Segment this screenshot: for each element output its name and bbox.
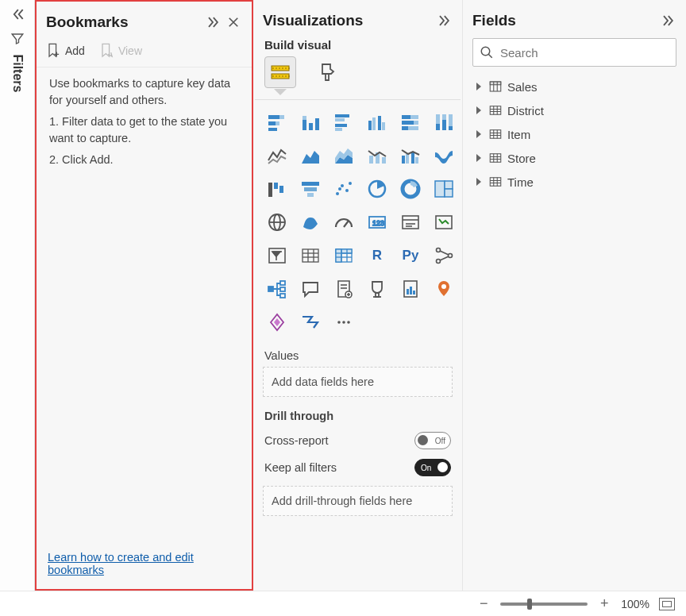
svg-point-48	[345, 189, 349, 192]
view-label: View	[118, 44, 142, 57]
filters-label: Filters	[11, 54, 25, 92]
viz-arcgis[interactable]	[430, 275, 458, 303]
viz-decomposition-tree[interactable]	[263, 275, 291, 303]
svg-rect-42	[279, 186, 283, 193]
viz-powerautomate[interactable]	[296, 308, 325, 337]
viz-slicer[interactable]	[263, 241, 291, 270]
viz-stacked-column-100[interactable]	[430, 108, 458, 137]
collapse-right-icon[interactable]	[659, 12, 676, 29]
zoom-slider[interactable]	[500, 603, 588, 606]
svg-rect-84	[280, 281, 285, 285]
viz-gauge[interactable]	[330, 208, 358, 237]
table-sales[interactable]: Sales	[471, 75, 678, 98]
close-icon[interactable]	[225, 13, 242, 31]
viz-r-visual[interactable]: R	[363, 241, 391, 270]
svg-rect-31	[449, 114, 453, 126]
expand-left-icon[interactable]	[10, 6, 25, 22]
svg-rect-40	[268, 183, 272, 197]
viz-more[interactable]	[330, 308, 358, 337]
viz-clustered-column[interactable]	[363, 108, 391, 137]
viz-table[interactable]	[296, 241, 325, 270]
svg-point-81	[437, 260, 441, 264]
fields-search[interactable]	[472, 38, 676, 67]
viz-funnel[interactable]	[296, 175, 325, 203]
fit-to-page-button[interactable]	[659, 598, 675, 610]
viz-area[interactable]	[296, 141, 325, 170]
values-well[interactable]: Add data fields here	[263, 367, 453, 397]
viz-stacked-bar[interactable]	[263, 108, 291, 137]
viz-line-clustered-column[interactable]	[396, 141, 425, 170]
drill-through-well[interactable]: Add drill-through fields here	[263, 486, 453, 516]
svg-rect-4	[268, 115, 279, 119]
viz-matrix[interactable]	[330, 241, 358, 270]
zoom-level: 100%	[621, 598, 649, 610]
viz-pie[interactable]	[363, 175, 391, 203]
svg-point-82	[449, 254, 453, 258]
viz-stacked-bar-100[interactable]	[396, 108, 425, 137]
cross-report-label: Cross-report	[264, 434, 329, 447]
zoom-out-button[interactable]: −	[476, 595, 491, 612]
viz-narrative[interactable]	[330, 275, 358, 303]
viz-filled-map[interactable]	[296, 208, 325, 237]
viz-py-visual[interactable]: Py	[396, 241, 425, 270]
filter-icon	[10, 32, 25, 46]
svg-rect-37	[406, 154, 409, 164]
viz-powerapps[interactable]	[263, 308, 291, 337]
viz-multi-row-card[interactable]	[396, 208, 425, 237]
zoom-in-button[interactable]: +	[597, 595, 611, 612]
viz-paginated[interactable]	[396, 275, 425, 303]
viz-line[interactable]	[263, 141, 291, 170]
svg-point-101	[481, 47, 490, 56]
viz-qa[interactable]	[296, 275, 325, 303]
collapse-right-icon[interactable]	[204, 13, 222, 31]
svg-point-57	[274, 214, 280, 230]
viz-treemap[interactable]	[430, 175, 458, 203]
svg-rect-107	[490, 106, 501, 115]
filters-pane-collapsed[interactable]: Filters	[0, 0, 35, 591]
svg-rect-6	[268, 121, 276, 125]
search-icon	[480, 45, 494, 60]
learn-bookmarks-link[interactable]: Learn how to create and edit bookmarks	[48, 551, 194, 576]
viz-goals[interactable]	[363, 275, 391, 303]
viz-clustered-bar[interactable]	[330, 108, 358, 137]
bookmarks-title: Bookmarks	[46, 13, 201, 31]
tab-build-visual[interactable]	[264, 56, 296, 88]
svg-rect-30	[442, 120, 446, 130]
keep-filters-toggle[interactable]: On	[414, 459, 451, 476]
format-brush-icon	[318, 62, 338, 83]
search-input[interactable]	[499, 45, 669, 60]
viz-card[interactable]: 123	[363, 208, 391, 237]
table-item[interactable]: Item	[471, 122, 678, 146]
table-time[interactable]: Time	[471, 170, 678, 194]
table-store[interactable]: Store	[471, 146, 678, 170]
viz-kpi[interactable]	[430, 208, 458, 237]
viz-waterfall[interactable]	[263, 175, 291, 203]
svg-point-99	[342, 321, 345, 324]
chevron-right-icon	[474, 153, 484, 163]
viz-scatter[interactable]	[330, 175, 358, 203]
svg-rect-55	[445, 189, 453, 197]
svg-rect-32	[449, 126, 453, 130]
viz-ribbon[interactable]	[430, 141, 458, 170]
viz-line-stacked-column[interactable]	[363, 141, 391, 170]
collapse-right-icon[interactable]	[435, 12, 453, 29]
visualizations-title: Visualizations	[263, 12, 432, 29]
add-bookmark-button[interactable]: Add	[46, 43, 85, 59]
bookmark-view-icon	[99, 43, 114, 59]
cross-report-toggle[interactable]: Off	[414, 432, 451, 449]
svg-line-102	[488, 54, 492, 58]
svg-rect-13	[335, 114, 349, 117]
tab-format-visual[interactable]	[312, 56, 344, 88]
viz-key-influencers[interactable]	[430, 241, 458, 270]
svg-rect-41	[274, 183, 278, 189]
svg-rect-96	[413, 291, 415, 295]
viz-donut[interactable]	[396, 175, 425, 203]
svg-rect-104	[490, 82, 501, 85]
viz-stacked-column[interactable]	[296, 108, 325, 137]
viz-map[interactable]	[263, 208, 291, 237]
viz-stacked-area[interactable]	[330, 141, 358, 170]
svg-rect-34	[376, 152, 380, 164]
svg-rect-20	[382, 122, 385, 130]
sum-table-icon	[488, 79, 503, 94]
table-district[interactable]: District	[471, 98, 678, 122]
